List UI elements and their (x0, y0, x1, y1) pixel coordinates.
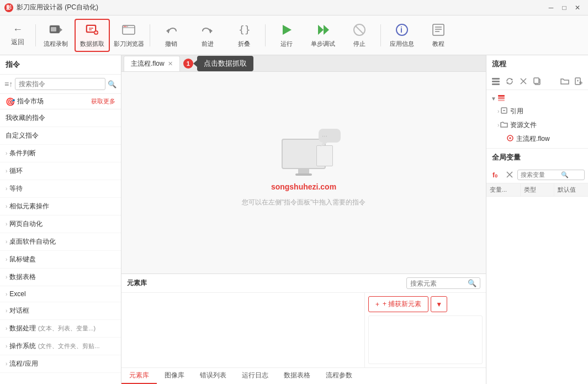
toolbar-tutorial-button[interactable]: 教程 (421, 19, 456, 52)
tab-main-flow[interactable]: 主流程.flow ✕ (124, 56, 180, 71)
illus-group: ··· (282, 139, 326, 176)
vars-search-input[interactable] (521, 171, 559, 178)
nav-item-label: Excel (9, 290, 25, 298)
flow-stack-button[interactable] (490, 75, 502, 87)
tree-item-mainflow[interactable]: 主流程.flow (486, 132, 588, 146)
nav-item-condition[interactable]: › 条件判断 (0, 145, 121, 162)
svg-text:i: i (400, 25, 402, 34)
svg-rect-47 (498, 97, 505, 99)
toolbar-fold-button[interactable]: {} 折叠 (226, 19, 262, 52)
tooltip-arrow-icon (193, 60, 197, 67)
svg-text:f₀: f₀ (492, 171, 497, 178)
toolbar-redo-button[interactable]: 前进 (190, 19, 225, 52)
back-label: 返回 (11, 38, 24, 47)
vars-add-button[interactable]: f₀ (490, 169, 502, 181)
tree-item-reference[interactable]: › 引用 (486, 104, 588, 118)
nav-item-label: 流程/应用 (9, 359, 38, 369)
nav-item-mouse[interactable]: › 鼠标键盘 (0, 251, 121, 269)
svg-marker-16 (210, 29, 213, 33)
elem-tab-params[interactable]: 流程参数 (318, 368, 360, 384)
nav-item-wait[interactable]: › 等待 (0, 180, 121, 198)
nav-item-loop[interactable]: › 循环 (0, 162, 121, 180)
toolbar-undo-button[interactable]: 撤销 (153, 19, 189, 52)
nav-item-label: 数据处理 (文本、列表、变量...) (9, 324, 96, 333)
flow-refresh-button[interactable] (504, 75, 516, 87)
toolbar-step-button[interactable]: 单步调试 (305, 19, 341, 52)
vars-delete-button[interactable] (504, 169, 516, 181)
svg-text:···: ··· (322, 132, 327, 140)
svg-marker-19 (318, 25, 324, 35)
svg-point-13 (125, 26, 126, 27)
resources-icon (500, 120, 508, 130)
nav-sub: (文件、文件夹、剪贴... (38, 343, 100, 349)
elem-tab-runlog[interactable]: 运行日志 (234, 368, 276, 384)
nav-item-favorites[interactable]: 我收藏的指令 (0, 109, 121, 127)
back-button[interactable]: ← 返回 (2, 19, 33, 52)
minimize-button[interactable]: ─ (545, 2, 557, 14)
nav-item-similar[interactable]: › 相似元素操作 (0, 198, 121, 215)
nav-item-label: 对话框 (9, 306, 29, 315)
market-row: 🎯 指令市场 获取更多 (0, 94, 121, 109)
app-title: 影刀应用设计器 (PC自动化) (17, 3, 98, 12)
plus-icon: + (375, 301, 379, 308)
layers-icon (497, 94, 505, 102)
nav-item-excel[interactable]: › Excel (0, 286, 121, 302)
flow-newfile-button[interactable] (573, 75, 585, 87)
svg-rect-34 (492, 83, 500, 85)
svg-rect-40 (534, 78, 539, 83)
nav-item-desktop[interactable]: › 桌面软件自动化 (0, 233, 121, 251)
toolbar-sep4 (380, 24, 381, 46)
search-input[interactable] (15, 78, 105, 90)
app-logo: 影 (4, 3, 13, 12)
flow-folder-button[interactable] (559, 75, 571, 87)
reference-label: 引用 (510, 107, 523, 116)
nav-item-flow[interactable]: › 流程/应用 (0, 355, 121, 373)
toolbar-browser-button[interactable]: 影刀浏览器 (111, 19, 146, 52)
maximize-button[interactable]: □ (558, 2, 570, 14)
capture-controls: + + 捕获新元素 ▼ (368, 296, 483, 312)
elem-search-input[interactable] (410, 280, 465, 287)
run-label: 运行 (280, 40, 293, 48)
nav-item-label: 我收藏的指令 (6, 113, 45, 123)
info-icon: i (394, 22, 410, 38)
nav-item-datatable[interactable]: › 数据表格 (0, 269, 121, 286)
chevron-right-icon: › (6, 203, 7, 209)
elem-tab-images[interactable]: 图像库 (157, 368, 192, 384)
elem-tab-elements[interactable]: 元素库 (121, 368, 157, 384)
tree-root[interactable]: ▼ (486, 92, 588, 104)
elem-left (121, 293, 364, 367)
nav-item-os[interactable]: › 操作系统 (文件、文件夹、剪贴... (0, 338, 121, 355)
toolbar-info-button[interactable]: i 应用信息 (384, 19, 420, 52)
nav-item-web[interactable]: › 网页自动化 (0, 215, 121, 233)
toolbar-stop-button[interactable]: 停止 (342, 19, 377, 52)
capture-new-button[interactable]: + + 捕获新元素 (368, 296, 428, 312)
elem-tab-datatable[interactable]: 数据表格 (276, 368, 318, 384)
resources-label: 资源文件 (510, 120, 537, 130)
nav-item-label: 条件判断 (9, 149, 36, 158)
monitor-base (295, 173, 312, 176)
market-link[interactable]: 获取更多 (91, 97, 115, 106)
svg-rect-46 (498, 95, 505, 97)
elem-footer: 元素库 图像库 错误列表 运行日志 数据表格 流程参数 (121, 367, 486, 384)
title-bar-controls[interactable]: ─ □ ✕ (545, 2, 584, 14)
elem-tab-errors[interactable]: 错误列表 (192, 368, 234, 384)
nav-item-custom[interactable]: 自定义指令 (0, 127, 121, 145)
toolbar-record-button[interactable]: 流程录制 (38, 19, 73, 52)
capture-dropdown-button[interactable]: ▼ (431, 296, 447, 312)
nav-item-dialog[interactable]: › 对话框 (0, 302, 121, 320)
dropdown-arrow-icon: ▼ (436, 301, 442, 308)
toolbar-run-button[interactable]: 运行 (269, 19, 304, 52)
flow-copy-button[interactable] (531, 75, 543, 87)
toolbar-capture-button[interactable]: 数据抓取 (75, 19, 110, 52)
svg-rect-25 (433, 24, 444, 35)
svg-marker-30 (320, 143, 327, 147)
vars-title: 全局变量 (486, 149, 588, 166)
chevron-right-icon: › (6, 325, 7, 332)
flow-delete-button[interactable] (517, 75, 529, 87)
browser-icon (121, 22, 136, 38)
nav-item-dataprocess[interactable]: › 数据处理 (文本、列表、变量...) (0, 320, 121, 338)
close-button[interactable]: ✕ (571, 2, 584, 14)
canvas-hint: 您可以在左侧"指令面板"中拖入需要的指令 (242, 198, 366, 207)
tab-close-button[interactable]: ✕ (168, 60, 173, 67)
tree-item-resources[interactable]: › 资源文件 (486, 118, 588, 132)
